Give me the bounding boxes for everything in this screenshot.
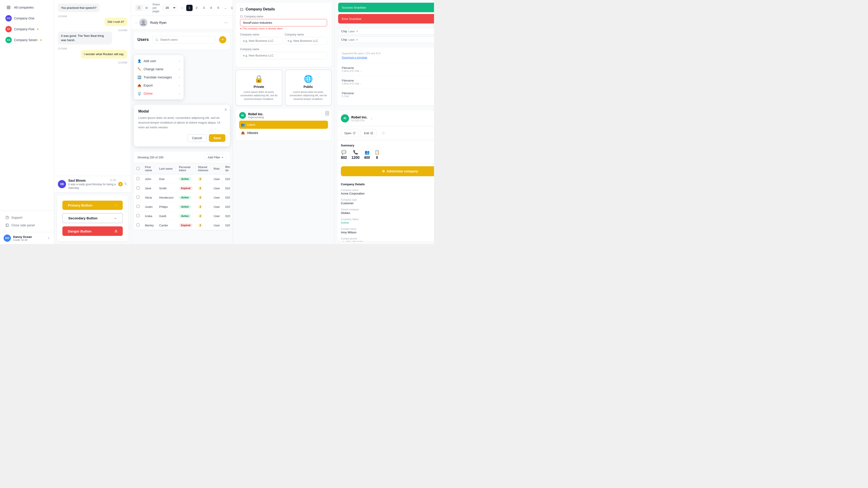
row-checkbox[interactable] (136, 186, 140, 189)
row-checkbox[interactable] (136, 223, 140, 226)
secondary-button[interactable]: Secondary Button → (62, 213, 123, 223)
inbox-count: 2 (118, 182, 123, 186)
table-row[interactable]: Anika Geidt Active 2 User 02/02/2022 (134, 212, 230, 221)
user-row[interactable]: DO Danny Ocean Credit: 10.40 (0, 232, 54, 244)
detail-label: Company status (341, 218, 434, 221)
company-name-input-2[interactable] (240, 37, 283, 44)
impersonation-close-button[interactable]: ✕ (326, 111, 329, 116)
list-view-button[interactable]: ☰ (135, 5, 143, 11)
page-2-button[interactable]: 2 (193, 5, 200, 11)
chat-bubble: It was good. The Teen Beat thing was har… (58, 32, 112, 44)
edit-button[interactable]: Edit (361, 129, 377, 137)
modal-save-button[interactable]: Save (209, 134, 225, 142)
file-size: 2.9mb of 5.7mb ... (342, 82, 434, 85)
open-button[interactable]: Open (341, 129, 359, 137)
context-item-delete[interactable]: 🗑️ Delete › (134, 90, 184, 98)
users-header: Users + (137, 36, 226, 43)
impersonation-inboxes-item[interactable]: 📥 Inboxes (239, 129, 328, 137)
row-checkbox[interactable] (136, 214, 140, 217)
inbox-item[interactable]: SB Saul Bloom 11:30 It was a really good… (54, 176, 131, 193)
summary-stats: 💬 802 📞 1200 👥 400 📋 8 (341, 150, 434, 160)
row-checkbox[interactable] (136, 196, 140, 199)
svg-line-8 (158, 40, 158, 41)
search-users-input[interactable] (160, 38, 213, 41)
page-5-button[interactable]: 5 (215, 5, 221, 11)
table-row[interactable]: Jane Smith Expired 2 User 02/02/2022 (134, 184, 230, 193)
contact-row[interactable]: ‹ Rusty Ryan ⋯ (131, 16, 232, 30)
chip-2-close[interactable]: ✕ (356, 38, 358, 41)
table-row[interactable]: John Doe Active 2 User 02/02/2022 (134, 174, 230, 184)
rows-per-page-select[interactable]: 2050100 (163, 5, 176, 11)
page-3-button[interactable]: 3 (201, 5, 207, 11)
cell-date: 02/02/2022 (223, 202, 230, 212)
chip-1[interactable]: Chip Label ✕ (338, 28, 434, 35)
table-row[interactable]: Justin Philips Active 2 User 02/02/2022 (134, 202, 230, 212)
add-user-button[interactable]: + (219, 36, 226, 43)
file-info: Filename 2.9mb of 5.7mb ... (342, 79, 434, 85)
text-icon (240, 15, 243, 18)
row-checkbox[interactable] (136, 177, 140, 180)
chip-1-label: Chip (341, 30, 347, 33)
company-name-input-3[interactable] (285, 37, 327, 44)
table-row[interactable]: Marley Carder Expired 2 User 02/02/2022 (134, 221, 230, 230)
sidebar-close-panel[interactable]: Close side panel (2, 222, 52, 229)
sidebar-item-co[interactable]: CO Company One (2, 13, 52, 24)
context-label: Export (144, 84, 153, 87)
administer-company-button[interactable]: ⚙ Administer company (341, 166, 434, 176)
prev-page-button[interactable]: ‹ (179, 5, 185, 11)
file-size: 5.7mb (342, 95, 434, 98)
chat-messages: You practiced that speech? 10:50AM Did I… (58, 4, 127, 64)
select-all-checkbox[interactable] (136, 167, 140, 170)
reports-icon: 📋 (375, 150, 379, 155)
add-filter-button[interactable]: Add Filter + (205, 154, 226, 161)
company-name-input-4[interactable] (240, 52, 327, 59)
danger-button[interactable]: Danger Button ⚠ (62, 226, 123, 236)
mute-icon (124, 183, 127, 186)
modal-close-button[interactable]: ✕ (224, 107, 227, 112)
detail-label: Parent company (341, 208, 434, 211)
stat-contacts: 👥 400 (364, 150, 370, 160)
impersonation-users-item[interactable]: 👥 Users (239, 121, 328, 129)
chevron-right-icon: › (179, 84, 180, 87)
cell-last-name: Smith (156, 184, 176, 193)
context-menu: 👤 Add user › ✏️ Change name › 🔤 Translat… (134, 55, 184, 99)
sidebar-nav: All companies CO Company One CF Company … (0, 0, 54, 210)
table-row[interactable]: Alicia Henderson Active 2 User 02/02/202… (134, 193, 230, 202)
company-details-card: Company Details Company name ● This comp… (236, 3, 332, 67)
impersonation-inboxes-label: Inboxes (247, 131, 258, 135)
context-item-change-name[interactable]: ✏️ Change name › (134, 65, 184, 73)
sidebar-item-cs[interactable]: CS Company Seven ★ (2, 35, 52, 45)
company-name-input[interactable] (240, 19, 327, 26)
cell-last-name: Carder (156, 221, 176, 230)
page-4-button[interactable]: 4 (208, 5, 214, 11)
cell-first-name: Alicia (142, 193, 156, 202)
sidebar-item-cf[interactable]: CF Company Five ★ (2, 24, 52, 34)
primary-button[interactable]: Primary Button → (62, 201, 123, 210)
svg-line-18 (354, 132, 355, 133)
row-checkbox[interactable] (136, 205, 140, 208)
chip-1-close[interactable]: ✕ (356, 30, 358, 33)
cell-last-name: Philips (156, 202, 176, 212)
search-users-bar[interactable] (152, 36, 215, 43)
grid-view-button[interactable]: ⊞ (143, 5, 150, 11)
private-card[interactable]: 🔒 Private Lorem ipsum dolor sit amet, co… (236, 70, 282, 106)
download-template-link[interactable]: Download a template (342, 56, 434, 59)
star-button[interactable]: ☆ (378, 129, 388, 137)
sidebar-support[interactable]: Support (2, 214, 52, 221)
company-panel-dots[interactable]: ⋮ (370, 117, 373, 120)
cell-status: Active (176, 193, 195, 202)
modal-cancel-button[interactable]: Cancel (187, 134, 207, 142)
back-button[interactable]: ‹ (135, 21, 136, 24)
context-item-add-user[interactable]: 👤 Add user › (134, 57, 184, 65)
chat-bubble: Did I rush it? (104, 18, 127, 26)
public-card[interactable]: 🌐 Public Lorem ipsum dolor sit amet, con… (285, 70, 332, 106)
sidebar-item-all-companies[interactable]: All companies (2, 2, 52, 13)
context-item-translate-messages[interactable]: 🔤 Translate messages › (134, 73, 184, 81)
users-table-area: Showing 200 of 200 Add Filter + First na… (134, 152, 230, 230)
search-icon (155, 38, 158, 41)
chip-2[interactable]: Chip Label ✕ (338, 36, 434, 43)
context-item-export[interactable]: 📤 Export › (134, 81, 184, 90)
contact-options-button[interactable]: ⋯ (224, 20, 228, 25)
page-1-button[interactable]: 1 (186, 5, 193, 11)
primary-button-label: Primary Button (68, 203, 92, 207)
